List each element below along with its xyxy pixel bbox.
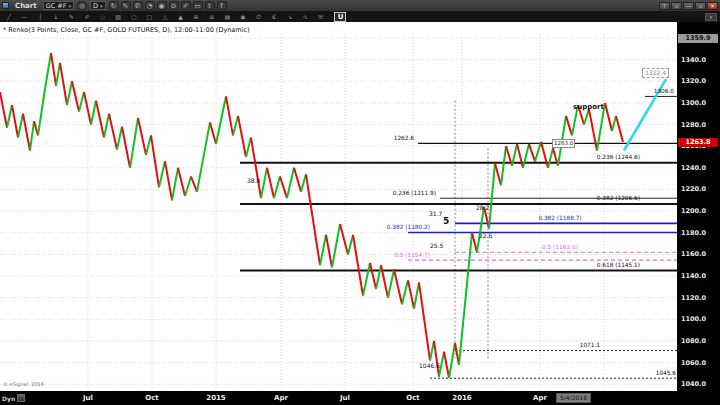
arrow-tool[interactable]: ↓ [50,12,62,21]
renko-down-segment [340,224,348,254]
renko-up-segment [332,224,340,267]
renko-up-segment [246,138,251,157]
marker-tool[interactable]: ✐ [81,12,93,21]
app-icon [2,2,9,9]
camera-icon[interactable]: ⊙ [169,1,179,10]
renko-down-segment [589,109,597,150]
vertical-line-tool[interactable]: │ [34,12,46,21]
price-axis[interactable]: 1360.01340.01320.01300.01280.01260.01240… [677,22,720,391]
pencil-icon[interactable]: ✎ [121,1,131,10]
polygon-tool[interactable]: ▲ [175,12,187,21]
time-tick-label: Apr [274,394,288,402]
cycle-tool[interactable]: ∅ [253,12,265,21]
renko-up-segment [274,176,280,198]
draw-icon[interactable]: ✐ [181,1,191,10]
measure-38-label: 38.0 [247,178,260,184]
restore-button[interactable]: ▫ [671,2,682,10]
minimize-button[interactable]: — [683,2,694,10]
time-tick-label: Oct [406,394,419,402]
pattern-tool[interactable]: ▨ [112,12,124,21]
renko-down-segment [353,235,363,296]
renko-up-segment [348,235,353,254]
time-tick-label: Jul [83,394,93,402]
trendline-tool[interactable]: ╱ [3,12,15,21]
renko-down-segment [51,53,56,85]
ellipse-tool[interactable]: ○ [128,12,140,21]
refresh-icon[interactable]: ↻ [109,1,119,10]
chat-icon[interactable]: ✆ [133,1,143,10]
help-button[interactable]: ? [659,2,670,10]
close-button[interactable]: ✕ [707,2,718,10]
time-tick-label: Apr [533,394,547,402]
cursor-price-badge: 1359.9 [678,34,718,43]
pencil-tool[interactable]: ✎ [65,12,77,21]
renko-down-segment [605,103,612,131]
u-tool-button[interactable]: U [334,12,346,22]
toolbar-separator: · [188,14,190,20]
renko-up-segment [584,109,589,124]
clock-icon[interactable]: ◔ [145,1,155,10]
fib-50-magenta-lower-line-label: 0.5 (1154.7) [360,253,430,259]
chart-plot[interactable]: * Renko(3 Points, Close, GC #F, GOLD FUT… [0,22,677,391]
renko-up-segment [261,168,267,198]
support-line-label: 1262.6 [344,136,414,142]
quotes-icon[interactable]: ◎ [77,1,87,10]
maximize-button[interactable]: ▫ [695,2,706,10]
horizontal-line-tool[interactable]: — [19,12,31,21]
regression-tool[interactable]: ↘ [284,12,296,21]
renko-up-segment [197,122,210,191]
symbol-value: GC #F [46,2,67,10]
window-controls: ?▫—▫✕ [659,2,718,10]
time-axis[interactable]: Dyn JulOct2015AprJulOct2016Apr5/4/2016 [0,391,720,405]
panel-icon[interactable]: ▭ [193,1,203,10]
fib-382-major-line-label: 0.382 (1206.6) [570,196,640,202]
renko-up-segment [79,92,84,111]
currency-tool[interactable]: € [268,12,280,21]
renko-down-segment [326,235,332,267]
facebook-icon[interactable]: f [217,1,227,10]
price-tick-label: 1300.0 [681,100,706,107]
diamond-tool[interactable]: ◇ [97,12,109,21]
time-tick-label: 2015 [206,394,225,402]
price-tick-label: 1320.0 [681,78,706,85]
grid-tool[interactable]: ⊞ [190,12,202,21]
price-tick-label: 1120.0 [681,295,706,302]
toolbar-separator: · [312,14,314,20]
renko-up-segment [146,135,151,154]
toolbar-separator: · [110,14,112,20]
symbol-combo[interactable]: GC #F ▾ [43,1,74,10]
renko-up-segment [501,146,506,185]
triangle-tool[interactable]: △ [159,12,171,21]
renko-up-segment [301,174,306,191]
renko-down-segment [191,176,197,191]
table-tool[interactable]: ▤ [221,12,233,21]
fib-618-major-line-label: 0.618 (1145.1) [570,263,640,269]
dynamic-mode-icon[interactable] [17,394,25,402]
low-1045-line-label: 1045.6 [606,371,676,377]
fib-382-blue-lower-line-label: 0.382 (1180.2) [360,225,430,231]
interval-combo[interactable]: D ▾ [90,1,106,10]
renko-up-segment [414,283,419,309]
target-icon[interactable]: ◉ [157,1,167,10]
cursor-date-badge: 5/4/2016 [556,393,591,403]
chart-tab[interactable]: Chart [12,2,40,10]
twitter-icon[interactable]: t [205,1,215,10]
measure-28-2-label: 28.2 [476,205,489,211]
rectangle-tool[interactable]: □ [143,12,155,21]
toolbar-separator: · [78,14,80,20]
toolbar-overflow-icon[interactable]: ▾ [705,13,717,21]
renko-down-segment [96,101,104,138]
toolbar-separator: · [47,14,49,20]
renko-down-segment [517,144,523,168]
renko-down-segment [84,92,91,124]
renko-up-segment [172,168,178,200]
note-tool[interactable]: ✉ [315,12,327,21]
price-tick-label: 1240.0 [681,165,706,172]
renko-up-segment [388,270,394,298]
renko-up-segment [287,168,294,198]
renko-up-segment [104,114,109,138]
point-tool[interactable]: ◉ [237,12,249,21]
fib-levels-tool[interactable]: ≡ [206,12,218,21]
wave-tool[interactable]: ∿ [299,12,311,21]
renko-down-segment [495,164,501,186]
